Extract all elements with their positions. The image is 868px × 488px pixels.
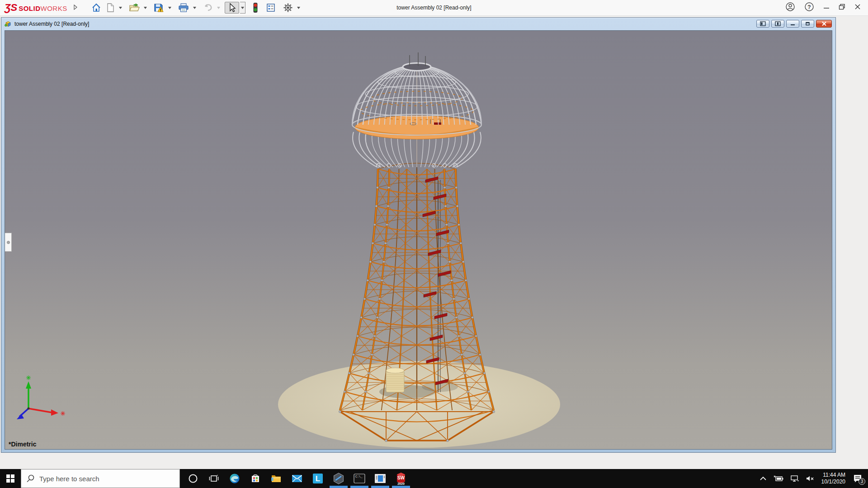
viewport-3d[interactable]: *Dimetric: [5, 31, 832, 449]
view-orientation-label: *Dimetric: [9, 441, 36, 448]
svg-text:L: L: [316, 474, 320, 483]
toolbar-flyout-arrow-icon[interactable]: [74, 4, 77, 12]
featuremanager-toggle-button[interactable]: [756, 20, 769, 28]
traffic-light-icon: [252, 2, 259, 13]
pane-toggle-button[interactable]: [771, 20, 784, 28]
tiles-app-icon: [374, 474, 386, 483]
windows-logo-icon: [6, 474, 14, 483]
taskbar-item-hex-app[interactable]: [328, 469, 349, 488]
start-button[interactable]: [0, 469, 21, 488]
taskbar-item-edge[interactable]: [224, 469, 245, 488]
taskbar-clock[interactable]: 11:44 AM 10/1/2020: [818, 472, 849, 485]
document-titlebar[interactable]: tower Assembly 02 [Read-only]: [1, 18, 835, 30]
hidden-icons-chevron[interactable]: [756, 469, 770, 488]
pane-handle-dot: [7, 241, 10, 244]
l-app-icon: L: [312, 473, 323, 484]
clock-date: 10/1/2020: [821, 479, 845, 485]
windows-taskbar: L C:\_ SW: [0, 469, 868, 488]
restore-button[interactable]: [839, 4, 845, 12]
save-icon: [154, 3, 164, 13]
select-button[interactable]: [225, 2, 239, 14]
brand-text-works: WORKS: [40, 5, 67, 12]
edge-icon: [229, 473, 240, 484]
battery-icon[interactable]: [770, 469, 787, 488]
undo-dropdown[interactable]: [216, 2, 221, 14]
taskbar-item-task-view[interactable]: [203, 469, 224, 488]
document-title: tower Assembly 02 [Read-only]: [14, 21, 89, 27]
running-indicator: [392, 486, 410, 488]
account-icon: [785, 2, 795, 12]
volume-muted-icon[interactable]: [802, 469, 818, 488]
doc-restore-button[interactable]: [801, 20, 814, 28]
taskbar-item-tiles-app[interactable]: [370, 469, 391, 488]
taskbar-item-file-explorer[interactable]: [266, 469, 287, 488]
app-titlebar: ƷS SOLID WORKS: [0, 0, 868, 16]
tower-assembly-model[interactable]: [5, 31, 832, 449]
running-indicator: [350, 486, 368, 488]
help-icon: ?: [804, 2, 814, 12]
new-document-button[interactable]: [104, 2, 117, 14]
restore-icon: [839, 4, 845, 10]
save-button[interactable]: [151, 2, 166, 14]
select-dropdown[interactable]: [240, 2, 245, 14]
doc-minimize-button[interactable]: [786, 20, 799, 28]
search-icon: [21, 474, 39, 483]
svg-text:C:\_: C:\_: [355, 475, 363, 479]
new-document-dropdown[interactable]: [118, 2, 123, 14]
minimize-button[interactable]: [823, 4, 830, 12]
options-dropdown[interactable]: [296, 2, 301, 14]
evaluate-button[interactable]: [264, 2, 278, 14]
doc-close-button[interactable]: [816, 20, 832, 28]
taskbar-item-terminal[interactable]: C:\_: [349, 469, 370, 488]
running-indicator: [330, 486, 348, 488]
cortana-icon: [188, 474, 198, 483]
svg-text:SW: SW: [397, 475, 405, 480]
svg-text:2020: 2020: [397, 482, 405, 485]
system-tray: 11:44 AM 10/1/2020 3: [756, 469, 868, 488]
featuremanager-collapsed-tab[interactable]: [5, 233, 12, 252]
assembly-document-icon: [4, 20, 12, 28]
undo-button[interactable]: [201, 2, 215, 14]
taskbar-item-mail[interactable]: [287, 469, 307, 488]
taskbar-search[interactable]: [21, 469, 180, 488]
solidworks-logo: ƷS SOLID WORKS: [5, 2, 67, 14]
taskbar-item-store[interactable]: [245, 469, 266, 488]
open-dropdown[interactable]: [143, 2, 148, 14]
evaluate-form-icon: [266, 3, 276, 13]
terminal-icon: C:\_: [354, 474, 365, 483]
taskbar-item-cortana[interactable]: [183, 469, 203, 488]
taskbar-item-l-app[interactable]: L: [307, 469, 328, 488]
home-button[interactable]: [89, 2, 104, 14]
open-button[interactable]: [127, 2, 142, 14]
microsoft-store-icon: [250, 474, 260, 483]
solidworks-2020-icon: SW 2020: [395, 472, 407, 485]
taskbar-item-solidworks[interactable]: SW 2020: [391, 469, 411, 488]
performance-pipeline-button[interactable]: [250, 2, 261, 14]
clock-time: 11:44 AM: [821, 472, 845, 479]
search-input[interactable]: [39, 475, 166, 483]
home-icon: [91, 3, 101, 13]
print-dropdown[interactable]: [192, 2, 197, 14]
options-button[interactable]: [281, 2, 295, 14]
close-icon: [854, 4, 861, 10]
document-window: tower Assembly 02 [Read-only] *Dimetric: [1, 17, 836, 453]
network-icon[interactable]: [787, 469, 802, 488]
svg-text:?: ?: [807, 4, 811, 10]
file-explorer-icon: [271, 474, 282, 483]
save-dropdown[interactable]: [167, 2, 172, 14]
print-button[interactable]: [176, 2, 191, 14]
undo-icon: [203, 3, 213, 13]
print-icon: [178, 3, 189, 13]
open-icon: [129, 3, 140, 13]
task-view-icon: [209, 474, 219, 483]
notification-badge: 3: [859, 478, 865, 485]
close-button[interactable]: [854, 4, 861, 12]
account-button[interactable]: [785, 2, 795, 14]
action-center-button[interactable]: 3: [849, 469, 868, 488]
graphics-area[interactable]: *Dimetric: [5, 30, 832, 450]
gear-icon: [283, 3, 293, 13]
help-button[interactable]: ?: [804, 2, 814, 14]
mail-icon: [292, 474, 302, 483]
brand-text-solid: SOLID: [19, 5, 40, 12]
dassault-logo-icon: ƷS: [5, 2, 17, 14]
